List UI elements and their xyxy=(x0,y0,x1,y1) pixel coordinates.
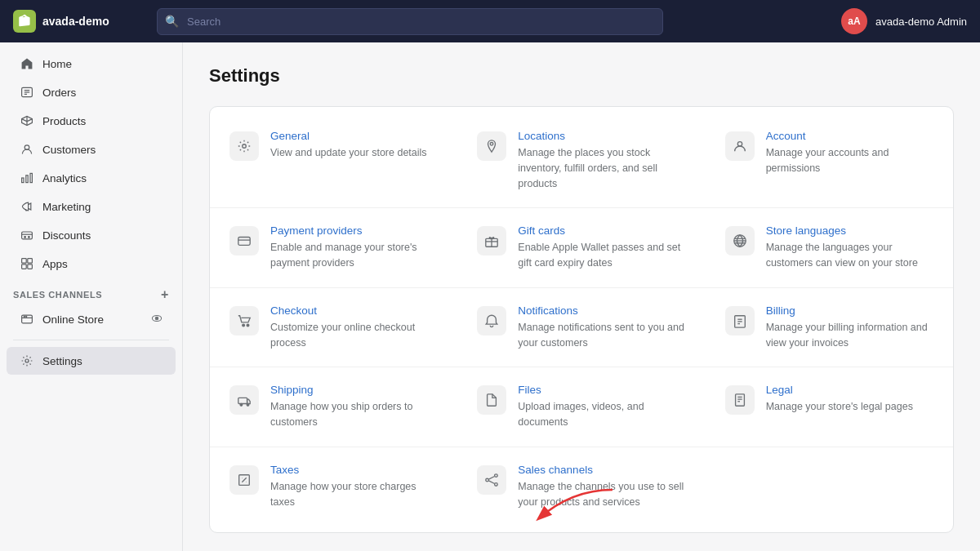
sidebar-item-settings[interactable]: Settings xyxy=(7,347,176,375)
sales-channels-settings-icon xyxy=(477,465,506,495)
settings-item-files[interactable]: Files Upload images, videos, and documen… xyxy=(457,367,705,447)
store-languages-text: Store languages Manage the languages you… xyxy=(766,224,933,271)
legal-text: Legal Manage your store's legal pages xyxy=(766,384,933,415)
payment-desc: Enable and manage your store's payment p… xyxy=(270,240,438,271)
settings-item-sales-channels[interactable]: Sales channels Manage the channels you u… xyxy=(457,447,705,527)
svg-point-29 xyxy=(243,324,245,327)
sidebar-item-products[interactable]: Products xyxy=(7,107,176,135)
sidebar-item-apps[interactable]: Apps xyxy=(7,250,176,278)
svg-rect-5 xyxy=(22,178,24,183)
avatar[interactable]: aA xyxy=(841,8,867,34)
search-bar[interactable]: 🔍 xyxy=(157,8,663,35)
taxes-icon xyxy=(229,465,259,495)
settings-row-4: Taxes Manage how your store charges taxe… xyxy=(210,447,953,527)
svg-point-20 xyxy=(25,359,29,362)
settings-item-payment-providers[interactable]: Payment providers Enable and manage your… xyxy=(210,208,457,287)
general-icon xyxy=(229,131,259,161)
discounts-icon xyxy=(20,228,34,242)
settings-item-shipping[interactable]: Shipping Manage how you ship orders to c… xyxy=(210,367,457,447)
shipping-desc: Manage how you ship orders to customers xyxy=(270,399,438,430)
gift-cards-text: Gift cards Enable Apple Wallet passes an… xyxy=(518,224,685,271)
sidebar-label-discounts: Discounts xyxy=(42,229,91,242)
sidebar-label-home: Home xyxy=(42,58,72,70)
files-title: Files xyxy=(518,384,685,396)
files-text: Files Upload images, videos, and documen… xyxy=(518,384,685,430)
gift-cards-title: Gift cards xyxy=(518,224,685,237)
settings-row-1: Payment providers Enable and manage your… xyxy=(210,208,953,288)
settings-item-store-languages[interactable]: Store languages Manage the languages you… xyxy=(706,208,953,287)
taxes-title: Taxes xyxy=(270,464,438,476)
analytics-icon xyxy=(20,171,34,185)
legal-title: Legal xyxy=(766,384,933,396)
billing-desc: Manage your billing information and view… xyxy=(766,320,933,351)
settings-item-empty xyxy=(706,447,953,527)
svg-point-9 xyxy=(24,237,26,238)
apps-icon xyxy=(20,256,34,271)
gift-cards-icon xyxy=(477,226,506,256)
settings-row-0: General View and update your store detai… xyxy=(210,113,953,208)
svg-point-19 xyxy=(155,317,158,320)
settings-item-locations[interactable]: Locations Manage the places you stock in… xyxy=(457,113,705,207)
store-languages-title: Store languages xyxy=(766,224,933,237)
checkout-text: Checkout Customize your online checkout … xyxy=(270,304,438,351)
files-icon xyxy=(477,385,506,415)
settings-item-general[interactable]: General View and update your store detai… xyxy=(210,113,457,207)
account-desc: Manage your accounts and permissions xyxy=(766,145,933,176)
shipping-text: Shipping Manage how you ship orders to c… xyxy=(270,384,438,430)
sidebar-label-analytics: Analytics xyxy=(42,172,87,184)
settings-item-checkout[interactable]: Checkout Customize your online checkout … xyxy=(210,288,457,367)
svg-point-37 xyxy=(247,404,249,407)
svg-point-10 xyxy=(29,237,30,238)
sidebar-item-orders[interactable]: Orders xyxy=(7,78,176,106)
svg-rect-8 xyxy=(22,232,33,239)
sidebar-item-home[interactable]: Home xyxy=(7,50,176,78)
payment-icon xyxy=(229,226,259,256)
settings-item-account[interactable]: Account Manage your accounts and permiss… xyxy=(706,113,953,207)
general-text: General View and update your store detai… xyxy=(270,130,438,161)
search-input[interactable] xyxy=(157,8,663,35)
eye-icon[interactable] xyxy=(151,313,163,327)
sidebar-item-customers[interactable]: Customers xyxy=(7,136,176,163)
sidebar-item-online-store[interactable]: Online Store xyxy=(7,305,176,333)
settings-item-taxes[interactable]: Taxes Manage how your store charges taxe… xyxy=(210,447,457,527)
sidebar-item-analytics[interactable]: Analytics xyxy=(7,164,176,192)
svg-point-30 xyxy=(247,324,249,327)
locations-title: Locations xyxy=(518,130,685,142)
sidebar-item-discounts[interactable]: Discounts xyxy=(7,221,176,249)
account-text: Account Manage your accounts and permiss… xyxy=(766,130,933,176)
svg-rect-6 xyxy=(26,176,28,183)
settings-item-notifications[interactable]: Notifications Manage notifications sent … xyxy=(457,288,705,367)
locations-text: Locations Manage the places you stock in… xyxy=(518,130,685,191)
sidebar-item-marketing[interactable]: Marketing xyxy=(7,193,176,220)
sales-channels-desc: Manage the channels you use to sell your… xyxy=(518,479,685,510)
sales-channels-section: SALES CHANNELS + xyxy=(0,278,182,304)
shipping-title: Shipping xyxy=(270,384,438,396)
svg-point-45 xyxy=(246,482,247,482)
general-title: General xyxy=(270,130,438,142)
settings-row-2: Checkout Customize your online checkout … xyxy=(210,288,953,368)
svg-point-17 xyxy=(26,316,27,317)
customers-icon xyxy=(20,142,34,157)
svg-rect-35 xyxy=(238,398,247,404)
marketing-icon xyxy=(20,199,34,214)
settings-item-legal[interactable]: Legal Manage your store's legal pages xyxy=(706,367,953,447)
sidebar-label-orders: Orders xyxy=(42,87,76,99)
svg-point-47 xyxy=(495,474,498,478)
sidebar-label-products: Products xyxy=(42,115,86,127)
settings-item-billing[interactable]: Billing Manage your billing information … xyxy=(706,288,953,367)
notifications-desc: Manage notifications sent to you and you… xyxy=(518,320,685,351)
checkout-icon xyxy=(229,306,259,335)
online-store-left: Online Store xyxy=(20,312,104,327)
add-sales-channel-button[interactable]: + xyxy=(161,288,169,301)
svg-line-50 xyxy=(489,481,495,484)
settings-icon xyxy=(20,353,34,368)
brand[interactable]: avada-demo xyxy=(13,10,144,33)
store-languages-desc: Manage the languages your customers can … xyxy=(766,240,933,271)
gift-cards-desc: Enable Apple Wallet passes and set gift … xyxy=(518,240,685,271)
sales-channels-title: Sales channels xyxy=(518,464,685,476)
settings-card: General View and update your store detai… xyxy=(209,106,954,533)
svg-point-23 xyxy=(737,142,742,146)
orders-icon xyxy=(20,85,34,100)
locations-desc: Manage the places you stock inventory, f… xyxy=(518,145,685,191)
settings-item-gift-cards[interactable]: Gift cards Enable Apple Wallet passes an… xyxy=(457,208,705,287)
